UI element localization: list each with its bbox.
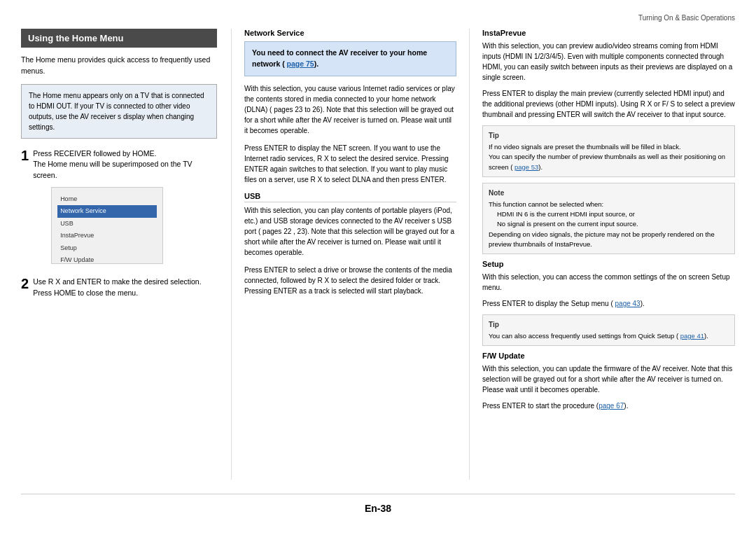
tip-box-1: Tip If no video signals are preset the t… — [482, 125, 735, 177]
step-2-number: 2 — [21, 277, 29, 299]
page-footer: En-38 — [21, 494, 735, 514]
note-line-3: No signal is present on the current inpu… — [489, 219, 729, 229]
step-2-content: Use R X and ENTER to make the desired se… — [33, 277, 201, 299]
content-area: Using the Home Menu The Home menu provid… — [21, 29, 735, 480]
menu-image: Home Network Service USB InstaPrevue Set… — [51, 187, 163, 264]
step-1-line2: The Home menu will be superimposed on th… — [33, 159, 217, 181]
tip-box-2: Tip You can also access frequently used … — [482, 314, 735, 346]
page-number: En-38 — [365, 503, 391, 514]
instaprevue-label: InstaPrevue — [482, 29, 735, 37]
network-body-1: With this selection, you cause various I… — [244, 83, 456, 136]
page-43-link[interactable]: page 43 — [615, 300, 640, 307]
fw-update-label: F/W Update — [482, 352, 735, 360]
step-1: 1 Press RECEIVER followed by HOME. The H… — [21, 148, 217, 270]
page-75-link[interactable]: page 75 — [287, 60, 314, 68]
info-box: The Home menu appears only on a TV that … — [21, 84, 217, 139]
step-2-line2: Press HOME to close the menu. — [33, 288, 201, 299]
page-header: Turning On & Basic Operations — [21, 14, 735, 22]
note-box: Note This function cannot be selected wh… — [482, 183, 735, 254]
page-67-link[interactable]: page 67 — [598, 402, 624, 410]
header-text: Turning On & Basic Operations — [638, 14, 735, 22]
note-line-2: HDMI IN 6 is the current HDMI input sour… — [489, 209, 729, 219]
usb-label: USB — [244, 192, 456, 202]
setup-body-1: With this selection, you can access the … — [482, 272, 735, 293]
page: Turning On & Basic Operations Using the … — [0, 0, 756, 535]
section-title: Using the Home Menu — [21, 29, 217, 48]
step-2-line1: Use R X and ENTER to make the desired se… — [33, 277, 201, 288]
fw-body-1: With this selection, you can update the … — [482, 363, 735, 395]
instaprevue-body-1: With this selection, you can preview aud… — [482, 41, 735, 83]
tip-1-line-1: If no video signals are preset the thumb… — [489, 142, 729, 152]
menu-item-fwupdate: F/W Update — [57, 254, 157, 267]
menu-item-instaprevue: InstaPrevue — [57, 230, 157, 242]
note-line-1: This function cannot be selected when: — [489, 200, 729, 209]
step-1-content: Press RECEIVER followed by HOME. The Hom… — [33, 148, 217, 270]
page-41-link[interactable]: page 41 — [680, 332, 704, 340]
tip-2-label: Tip — [489, 319, 729, 330]
step-1-line1: Press RECEIVER followed by HOME. — [33, 148, 217, 160]
instaprevue-body-2: Press ENTER to display the main preview … — [482, 88, 735, 120]
step-2: 2 Use R X and ENTER to make the desired … — [21, 277, 217, 299]
intro-text: The Home menu provides quick access to f… — [21, 55, 217, 77]
usb-body-1: With this selection, you can play conten… — [244, 205, 456, 258]
network-service-label: Network Service — [244, 29, 456, 37]
note-label: Note — [489, 188, 729, 198]
usb-body-2: Press ENTER to select a drive or browse … — [244, 265, 456, 296]
setup-label: Setup — [482, 260, 735, 268]
menu-item-network: Network Service — [57, 205, 157, 218]
step-1-number: 1 — [21, 148, 29, 270]
menu-item-setup: Setup — [57, 242, 157, 255]
highlight-box: You need to connect the AV receiver to y… — [244, 41, 456, 76]
menu-item-home: Home — [57, 193, 157, 206]
page-53-link[interactable]: page 53 — [514, 163, 538, 171]
middle-column: Network Service You need to connect the … — [231, 29, 469, 480]
setup-body-2: Press ENTER to display the Setup menu ( … — [482, 298, 735, 309]
left-column: Using the Home Menu The Home menu provid… — [21, 29, 231, 480]
menu-item-usb: USB — [57, 218, 157, 230]
right-column: InstaPrevue With this selection, you can… — [469, 29, 735, 480]
fw-body-2: Press ENTER to start the procedure (page… — [482, 401, 735, 411]
network-body-2: Press ENTER to display the NET screen. I… — [244, 143, 456, 185]
tip-1-label: Tip — [489, 130, 729, 141]
tip-1-line-2: You can specify the number of preview th… — [489, 152, 729, 172]
tip-2-line-1: You can also access frequently used sett… — [489, 331, 729, 341]
note-line-4: Depending on video signals, the picture … — [489, 230, 729, 250]
